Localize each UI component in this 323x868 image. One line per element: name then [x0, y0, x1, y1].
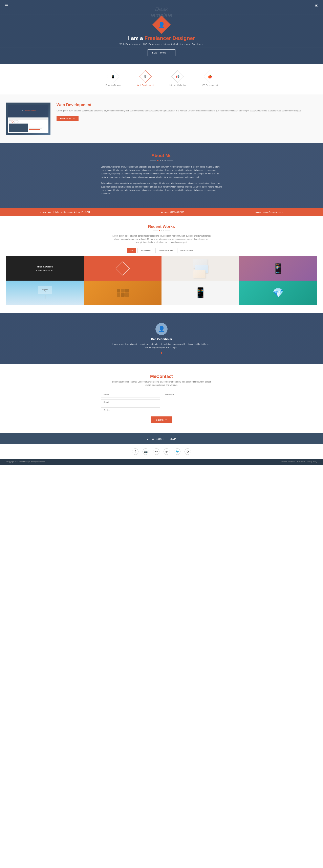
about-divider — [8, 160, 315, 161]
portfolio-item-8[interactable]: 💎 — [239, 281, 317, 305]
message-input[interactable] — [163, 392, 222, 413]
divider-line-left — [150, 160, 156, 161]
branding-icon: 📱 — [111, 75, 115, 79]
portfolio-item-6[interactable] — [84, 281, 162, 305]
portfolio-item-4[interactable]: 📱 — [239, 256, 317, 281]
works-divider-line-r — [165, 230, 170, 231]
contact-form — [101, 392, 222, 413]
subject-input[interactable] — [101, 407, 160, 413]
behance-icon[interactable]: Be — [153, 448, 160, 455]
phone-info: PHONE: (123) 456-7890 — [161, 211, 184, 213]
avatar-diamond: 👤 — [153, 16, 171, 34]
footer-disclaimer-link[interactable]: Disclaimer — [297, 461, 305, 463]
footer-privacy-link[interactable]: Privacy Policy — [307, 461, 317, 463]
webdev-title: Web Development — [57, 102, 301, 107]
dribbble-icon[interactable]: ✿ — [185, 448, 191, 455]
works-divider — [6, 230, 317, 231]
portfolio-phone2: 📱 — [194, 287, 207, 299]
about-para2: Euismod tincidunt ut laoreet dolore magn… — [101, 182, 222, 195]
learn-more-button[interactable]: Learn More → — [148, 50, 175, 56]
marketing-label: Internet Marketing — [169, 84, 186, 86]
works-dot-2 — [161, 230, 162, 231]
marketing-diamond: 📢 — [171, 70, 184, 83]
marketing-icon: 📢 — [175, 75, 180, 79]
portfolio-item-1[interactable]: Julio CameronPHOTOGRAPHY — [6, 256, 84, 281]
contact-info-bar: LOCATION: Igbalanga, Bugasong, Antique. … — [0, 208, 323, 216]
service-item-webdev[interactable]: 🖥 Web Development — [133, 72, 158, 86]
works-dot-1 — [159, 230, 160, 231]
service-item-branding[interactable]: 📱 Branding Design — [101, 72, 125, 86]
portfolio-text-1: Julio CameronPHOTOGRAPHY — [34, 264, 55, 274]
service-item-marketing[interactable]: 📢 Internet Marketing — [165, 72, 190, 86]
works-dot-3 — [163, 230, 164, 231]
divider-dot-4 — [164, 160, 166, 161]
footer-bottom: ©Copyright 2014 Clean Flat Style. All Ri… — [0, 459, 323, 465]
form-right-col — [163, 392, 222, 413]
portfolio-billboard: BillboardAd — [38, 286, 52, 299]
portfolio-grid: Julio CameronPHOTOGRAPHY 📱 BillboardAd — [6, 256, 317, 305]
recent-works-desc: Lorem ipsum dolor sit amet, consectetuer… — [111, 235, 212, 244]
hero-subtitle: Web Development · IOS Developer · Intern… — [120, 43, 203, 45]
webdev-section: I am a Freelancer Designer — [0, 94, 323, 143]
read-more-button[interactable]: Read More → — [57, 116, 78, 121]
location-info: LOCATION: Igbalanga, Bugasong, Antique. … — [40, 211, 90, 213]
divider-line-right — [167, 160, 173, 161]
recent-works-section: Recent Works Lorem ipsum dolor sit amet,… — [0, 216, 323, 313]
facebook-icon[interactable]: f — [132, 448, 138, 455]
recent-works-title: Recent Works — [6, 224, 317, 229]
divider-dot-1 — [157, 160, 159, 161]
portfolio-items-grid — [115, 287, 130, 298]
portfolio-item-5[interactable]: BillboardAd — [6, 281, 84, 305]
portfolio-cards-stack — [193, 259, 208, 278]
mail-icon[interactable]: ✉ — [315, 3, 318, 8]
services-section: 📱 Branding Design 🖥 Web Development 📢 In… — [0, 64, 323, 94]
avatar-icon: 👤 — [158, 22, 165, 28]
hamburger-icon[interactable]: ☰ — [5, 3, 8, 8]
service-item-ios[interactable]: 🍎 iOS Development — [198, 72, 222, 86]
hero-nav: ☰ ✉ — [0, 3, 323, 8]
portfolio-item-2[interactable] — [84, 256, 162, 281]
portfolio-item-7[interactable]: 📱 — [162, 281, 239, 305]
filter-webdesign[interactable]: WEB DESIGN — [177, 248, 196, 253]
filter-all[interactable]: ALL — [127, 248, 136, 253]
contact-section: MeContact Lorem ipsum dolor sit amet, Co… — [0, 364, 323, 433]
works-divider-line-l — [153, 230, 158, 231]
contact-title: MeContact — [6, 374, 317, 379]
twitter-icon[interactable]: 🐦 — [174, 448, 181, 455]
footer-copyright: ©Copyright 2014 Clean Flat Style. All Ri… — [6, 461, 45, 463]
testimonial-avatar: 👤 — [156, 323, 167, 335]
portfolio-diamond-icon — [116, 261, 130, 276]
about-section: About Me Lorem ipsum dolor sit amet, con… — [0, 143, 323, 208]
filter-branding[interactable]: BRANDING — [137, 248, 154, 253]
name-input[interactable] — [101, 392, 160, 398]
testimonial-section: 👤 Dan Cederholm Lorem ipsum dolor sit am… — [0, 313, 323, 364]
about-para1: Lorem ipsum dolor sit amet, consectetuer… — [101, 165, 222, 179]
instagram-icon[interactable]: 📷 — [142, 448, 149, 455]
divider-dot-2 — [160, 160, 161, 161]
footer-social: f 📷 Be g+ 🐦 ✿ — [0, 444, 323, 459]
submit-button[interactable]: Submit ✈ — [151, 416, 172, 423]
hero-title-highlight: Freelancer Designer — [144, 35, 195, 41]
testimonial-name: Dan Cederholm — [6, 338, 317, 341]
email-input[interactable] — [101, 400, 160, 405]
webdev-label: Web Development — [137, 84, 154, 86]
filter-illustrations[interactable]: ILLUSTRAIONS — [156, 248, 176, 253]
footer-links: Terms & Conditions Disclaimer Privacy Po… — [282, 461, 317, 463]
googleplus-icon[interactable]: g+ — [163, 448, 170, 455]
hero-title: I am a Freelancer Designer — [128, 35, 195, 41]
portfolio-phone-icon: 📱 — [272, 262, 285, 274]
branding-diamond: 📱 — [107, 70, 119, 83]
footer-terms-link[interactable]: Terms & Conditions — [282, 461, 295, 463]
ios-diamond: 🍎 — [204, 70, 216, 83]
view-map-button[interactable]: VIEW GOOGLE MAP — [147, 438, 176, 440]
about-title: About Me — [8, 153, 315, 158]
portfolio-item-3[interactable] — [162, 256, 239, 281]
map-section: VIEW GOOGLE MAP — [0, 433, 323, 444]
services-icons-row: 📱 Branding Design 🖥 Web Development 📢 In… — [101, 72, 222, 86]
ios-label: iOS Development — [202, 84, 218, 86]
email-info: EMAIL: name@example.com — [255, 211, 283, 213]
form-left-col — [101, 392, 160, 413]
branding-label: Branding Design — [105, 84, 121, 86]
testimonial-dot — [161, 352, 162, 354]
mini-hero: I am a Freelancer Designer — [8, 104, 49, 117]
